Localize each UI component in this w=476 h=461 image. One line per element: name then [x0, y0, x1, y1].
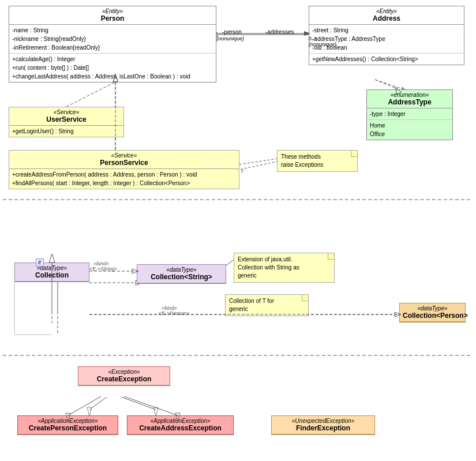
createpersonexception-stereotype: «ApplicationException» [21, 418, 115, 424]
userservice-classname: UserService [12, 115, 121, 123]
addresstype-stereotype: «enumeration» [370, 92, 449, 98]
createpersonexception-classname: CreatePersonException [21, 424, 115, 432]
address-attr-1: -street : String [312, 26, 461, 35]
personservice-stereotype: «Service» [12, 152, 236, 159]
diagram-canvas: «Entity» Person -name : String -nickname… [0, 0, 476, 461]
svg-line-19 [121, 397, 156, 410]
svg-line-7 [375, 80, 404, 89]
userservice-header: «Service» UserService [9, 107, 123, 126]
collection-person-class: «dataType» Collection<Person> [399, 303, 466, 323]
svg-text:«bind»: «bind» [93, 261, 109, 267]
collection-header: «dataType» Collection [15, 263, 89, 282]
person-class: «Entity» Person -name : String -nickname… [9, 6, 216, 83]
address-class: «Entity» Address -street : String -addre… [309, 6, 464, 65]
personservice-operations: +createAddressFromPerson( address : Addr… [9, 169, 239, 189]
svg-text:«bind»: «bind» [162, 305, 177, 311]
userservice-op-1: +getLoginUser() : String [12, 127, 121, 136]
createexception-classname: CreateException [81, 375, 167, 383]
finderexception-stereotype: «UnexpectedException» [275, 418, 372, 424]
collection-string-note: Extension of java.util. Collection with … [234, 253, 335, 283]
svg-text:<E->Person>: <E->Person> [159, 310, 189, 316]
createaddressexception-header: «ApplicationException» CreateAddressExce… [128, 416, 233, 434]
createaddressexception-classname: CreateAddressException [130, 424, 230, 432]
assoc-multiplicity: 0..* [309, 36, 317, 42]
address-header: «Entity» Address [309, 6, 464, 25]
collection-string-note-text: Extension of java.util. Collection with … [238, 256, 299, 279]
person-attr-2: -nickname : String{readOnly} [12, 35, 213, 43]
collection-class: «dataType» Collection [14, 263, 89, 282]
svg-line-29 [239, 159, 277, 164]
collection-person-stereotype: «dataType» [403, 305, 462, 312]
address-stereotype: «Entity» [312, 8, 461, 14]
collection-classname: Collection [18, 271, 86, 279]
address-op-1: +getNewAddresses() : Collection<String> [312, 55, 461, 63]
assoc-addresses-label: -addresses [265, 29, 294, 35]
raises-exceptions-text: These methods raise Exceptions [281, 153, 323, 168]
bottom-lines-svg [0, 355, 476, 461]
assoc-nonunique-1: {nonunique} [216, 36, 244, 42]
person-classname: Person [12, 14, 213, 23]
addresstype-header: «enumeration» AddressType [367, 90, 452, 108]
svg-text:<E->String>: <E->String> [89, 266, 117, 272]
svg-text:c: c [241, 168, 244, 174]
raises-exceptions-note: These methods raise Exceptions [277, 150, 358, 172]
svg-line-17 [89, 397, 107, 410]
personservice-op-1: +createAddressFromPerson( address : Addr… [12, 170, 236, 179]
person-header: «Entity» Person [9, 6, 216, 25]
person-operations: +calculateAge() : Integer +run( content … [9, 54, 216, 82]
collection-person-header: «dataType» Collection<Person> [400, 303, 465, 322]
createpersonexception-header: «ApplicationException» CreatePersonExcep… [18, 416, 118, 434]
collection-t-note: Collection of T for generic [225, 294, 309, 316]
addresstype-val-1: Home [370, 121, 449, 130]
svg-line-9 [237, 162, 277, 170]
userservice-class: «Service» UserService +getLoginUser() : … [9, 107, 124, 137]
finderexception-classname: FinderException [275, 424, 372, 432]
type-param-e: E [36, 258, 44, 267]
svg-line-27 [375, 80, 398, 89]
createaddressexception-class: «ApplicationException» CreateAddressExce… [127, 415, 234, 435]
userservice-stereotype: «Service» [12, 109, 121, 115]
svg-line-35 [226, 260, 234, 265]
addresstype-val-2: Office [370, 130, 449, 138]
section-divider-2 [3, 355, 470, 356]
person-stereotype: «Entity» [12, 8, 213, 14]
collection-string-header: «dataType» Collection<String> [137, 265, 226, 283]
assoc-person-label: -person [222, 29, 242, 35]
collection-person-classname: Collection<Person> [403, 312, 462, 320]
address-classname: Address [312, 14, 461, 23]
assoc-nonunique-2: {nonunique} [309, 42, 336, 47]
createexception-class: «Exception» CreateException [78, 366, 170, 386]
personservice-header: «Service» PersonService [9, 151, 239, 169]
finderexception-class: «UnexpectedException» FinderException [271, 415, 375, 435]
svg-line-45 [68, 396, 101, 415]
person-attr-1: -name : String [12, 26, 213, 35]
addresstype-values: Home Office [367, 120, 452, 140]
addresstype-attr-1: -type : Integer [370, 110, 449, 118]
collection-t-note-text: Collection of T for generic [229, 298, 274, 312]
createexception-stereotype: «Exception» [81, 369, 167, 375]
personservice-op-2: +findAllPersons( start : Integer, length… [12, 179, 236, 188]
addresstype-attributes: -type : Integer [367, 108, 452, 120]
person-attributes: -name : String -nickname : String{readOn… [9, 25, 216, 54]
person-attr-3: -inRetirement : Boolean{readOnly} [12, 43, 213, 52]
address-operations: +getNewAddresses() : Collection<String> [309, 54, 464, 65]
userservice-operations: +getLoginUser() : String [9, 126, 123, 137]
address-attributes: -street : String -addressType : AddressT… [309, 25, 464, 54]
collection-stereotype: «dataType» [18, 265, 86, 271]
finderexception-header: «UnexpectedException» FinderException [272, 416, 374, 434]
svg-line-23 [66, 82, 115, 107]
person-op-3: +changeLastAddress( address : Address, i… [12, 72, 213, 81]
person-op-1: +calculateAge() : Integer [12, 55, 213, 63]
svg-marker-38 [49, 254, 55, 263]
addresstype-classname: AddressType [370, 98, 449, 106]
personservice-classname: PersonService [12, 159, 236, 167]
collection-string-classname: Collection<String> [140, 273, 223, 281]
createexception-header: «Exception» CreateException [78, 367, 170, 385]
collection-string-class: «dataType» Collection<String> [137, 264, 226, 284]
collection-string-stereotype: «dataType» [140, 267, 223, 273]
section-divider-1 [3, 199, 470, 200]
svg-line-47 [124, 396, 178, 415]
personservice-class: «Service» PersonService +createAddressFr… [9, 150, 239, 189]
person-op-2: +run( content : byte[] ) : Date[] [12, 63, 213, 72]
createpersonexception-class: «ApplicationException» CreatePersonExcep… [17, 415, 118, 435]
